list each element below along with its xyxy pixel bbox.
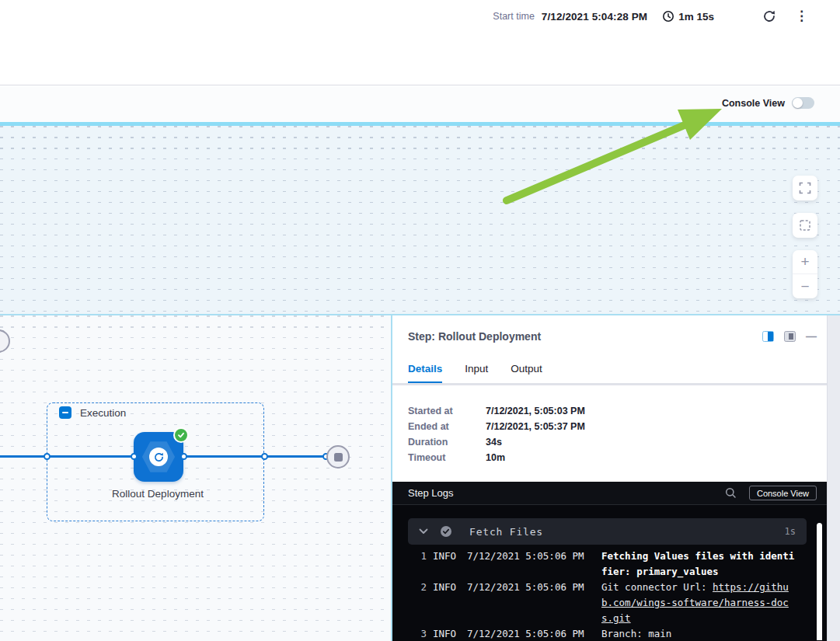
canvas-controls: + − — [793, 176, 817, 298]
tab-input[interactable]: Input — [465, 363, 488, 383]
panel-tabs: Details Input Output — [408, 363, 542, 383]
field-label: Started at — [408, 403, 486, 419]
edge-connector[interactable] — [261, 453, 268, 460]
field-started-at: Started at 7/12/2021, 5:05:03 PM — [408, 403, 585, 419]
field-value: 7/12/2021, 5:05:03 PM — [486, 403, 585, 419]
step-logs-body: Fetch Files 1s 1 INFO 7/12/2021 5:05:06 … — [392, 505, 827, 640]
edge-connector[interactable] — [131, 453, 138, 460]
log-line: 1 INFO 7/12/2021 5:05:06 PM Fetching Val… — [408, 549, 827, 580]
execution-lower-split: Execution Rollout Deployment — [0, 314, 840, 641]
tab-details[interactable]: Details — [408, 363, 442, 383]
step-logs-title: Step Logs — [408, 487, 725, 499]
section-success-check-icon — [440, 525, 452, 538]
field-value: 34s — [486, 434, 502, 450]
toggle-knob — [793, 98, 803, 108]
field-ended-at: Ended at 7/12/2021, 5:05:37 PM — [408, 419, 585, 434]
log-section-duration: 1s — [785, 526, 796, 537]
step-logs-console: Step Logs Console View Fetch Fi — [392, 482, 827, 641]
step-logs-header: Step Logs Console View — [392, 482, 827, 505]
edge-connector[interactable] — [180, 453, 187, 460]
log-message: Git connector Url: https://github.com/wi… — [601, 580, 795, 626]
field-value: 10m — [486, 450, 505, 465]
refresh-button[interactable] — [762, 9, 776, 23]
full-view-icon[interactable] — [784, 331, 796, 342]
log-level: INFO — [433, 580, 459, 595]
log-scrollbar-thumb[interactable] — [817, 523, 822, 640]
start-time-value: 7/12/2021 5:04:28 PM — [542, 11, 647, 23]
log-line-number: 3 — [408, 626, 427, 640]
zoom-controls: + − — [793, 250, 817, 298]
execution-meta: Start time 7/12/2021 5:04:28 PM 1m 15s ⋮ — [493, 7, 810, 26]
pipeline-execution-page: Start time 7/12/2021 5:04:28 PM 1m 15s ⋮… — [0, 0, 840, 641]
panel-title: Step: Rollout Deployment — [408, 330, 762, 343]
start-time-label: Start time — [493, 11, 535, 22]
panel-layout-controls: — — [762, 331, 816, 342]
field-timeout: Timeout 10m — [408, 450, 585, 465]
execution-group-label: Execution — [80, 407, 126, 419]
zoom-in-button[interactable]: + — [793, 250, 817, 274]
success-check-icon — [173, 427, 189, 443]
stop-end-node[interactable] — [326, 445, 350, 469]
step-graph-canvas[interactable]: Execution Rollout Deployment — [0, 315, 391, 641]
elapsed-duration: 1m 15s — [662, 10, 714, 23]
elapsed-text: 1m 15s — [678, 11, 714, 23]
rollout-icon — [149, 448, 168, 466]
field-label: Duration — [408, 434, 486, 450]
step-detail-fields: Started at 7/12/2021, 5:05:03 PM Ended a… — [408, 403, 585, 465]
previous-node-partial[interactable] — [0, 329, 10, 353]
tab-output[interactable]: Output — [511, 363, 542, 383]
log-message: Fetching Values files with identifier: p… — [601, 549, 795, 580]
log-level: INFO — [433, 549, 459, 564]
search-icon[interactable] — [725, 487, 737, 499]
field-label: Timeout — [408, 450, 486, 465]
log-timestamp: 7/12/2021 5:05:06 PM — [467, 549, 584, 564]
kebab-menu-icon[interactable]: ⋮ — [793, 9, 810, 24]
log-timestamp: 7/12/2021 5:05:06 PM — [467, 580, 584, 595]
log-line: 3 INFO 7/12/2021 5:05:06 PM Branch: main — [408, 626, 827, 640]
execution-group-header[interactable]: Execution — [59, 406, 126, 419]
log-level: INFO — [433, 626, 459, 640]
clock-icon — [662, 10, 674, 23]
panel-scrollbar-track[interactable] — [827, 315, 840, 641]
split-view-active-icon[interactable] — [762, 331, 774, 342]
console-view-button[interactable]: Console View — [749, 486, 817, 500]
stop-icon — [334, 453, 343, 462]
panel-header: Step: Rollout Deployment — — [408, 330, 816, 343]
log-message-text: Git connector Url: — [601, 581, 713, 593]
console-view-control: Console View — [722, 97, 814, 109]
fullscreen-button[interactable] — [793, 176, 817, 200]
log-entries: 1 INFO 7/12/2021 5:05:06 PM Fetching Val… — [408, 549, 827, 640]
edge-connector[interactable] — [44, 453, 51, 460]
field-label: Ended at — [408, 419, 486, 434]
step-details-panel: Step: Rollout Deployment — Details Input… — [392, 315, 827, 641]
zoom-out-button[interactable]: − — [793, 274, 817, 298]
field-value: 7/12/2021, 5:05:37 PM — [486, 419, 585, 434]
app-header: Start time 7/12/2021 5:04:28 PM 1m 15s ⋮ — [0, 0, 840, 85]
log-section-name: Fetch Files — [469, 526, 785, 538]
log-message: Branch: main — [601, 626, 795, 640]
tabs-divider — [392, 383, 827, 385]
log-line-number: 1 — [408, 549, 427, 564]
field-duration: Duration 34s — [408, 434, 585, 450]
fit-to-screen-button[interactable] — [793, 213, 817, 238]
chevron-down-icon[interactable] — [419, 528, 428, 535]
log-timestamp: 7/12/2021 5:05:06 PM — [467, 626, 584, 640]
console-view-toggle[interactable] — [792, 97, 814, 109]
log-line: 2 INFO 7/12/2021 5:05:06 PM Git connecto… — [408, 580, 827, 626]
console-view-label: Console View — [722, 98, 785, 109]
stage-graph-canvas[interactable]: + − — [0, 126, 840, 314]
log-section-fetch-files[interactable]: Fetch Files 1s — [408, 518, 807, 545]
execution-toolbar: Console View — [0, 86, 840, 122]
node-label[interactable]: Rollout Deployment — [111, 486, 204, 503]
collapse-group-icon[interactable] — [59, 406, 71, 419]
log-line-number: 2 — [408, 580, 427, 595]
minimize-panel-icon[interactable]: — — [806, 331, 816, 342]
